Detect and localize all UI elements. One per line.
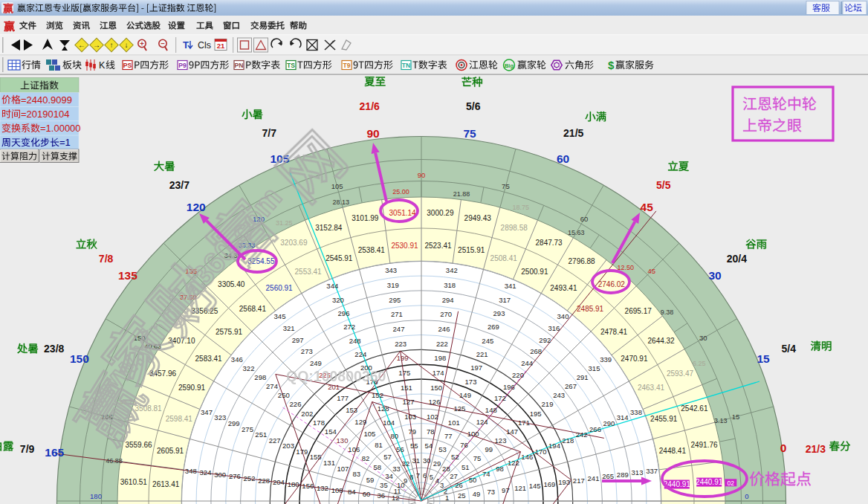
svg-text:178: 178 <box>313 419 325 427</box>
svg-text:298: 298 <box>254 373 266 381</box>
svg-text:2491.76: 2491.76 <box>690 441 718 449</box>
svg-text:339: 339 <box>600 355 612 364</box>
svg-text:75: 75 <box>473 454 482 462</box>
svg-text:219: 219 <box>542 400 554 408</box>
svg-text:↓: ↓ <box>125 41 129 49</box>
svg-text:$: $ <box>608 59 615 71</box>
svg-text:155: 155 <box>310 453 322 461</box>
svg-text:2542.61: 2542.61 <box>681 404 708 413</box>
svg-text:125: 125 <box>453 404 465 413</box>
svg-text:154: 154 <box>325 427 337 436</box>
svg-text:346: 346 <box>231 355 243 364</box>
svg-text:322: 322 <box>243 364 255 372</box>
svg-text:PS: PS <box>123 62 132 69</box>
svg-text:60: 60 <box>363 490 371 498</box>
svg-text:49: 49 <box>473 490 481 498</box>
svg-text:2455.91: 2455.91 <box>650 415 678 423</box>
svg-text:2493.41: 2493.41 <box>550 284 577 292</box>
svg-text:319: 319 <box>387 281 399 289</box>
svg-text:128: 128 <box>378 404 389 413</box>
svg-text:337: 337 <box>646 467 658 475</box>
svg-text:30: 30 <box>708 269 721 282</box>
svg-text:2530.91: 2530.91 <box>391 242 418 250</box>
svg-text:21/6: 21/6 <box>360 100 380 112</box>
svg-text:81: 81 <box>375 441 383 449</box>
svg-text:172: 172 <box>494 394 506 402</box>
svg-text:344: 344 <box>326 282 338 290</box>
svg-text:222: 222 <box>436 340 448 348</box>
svg-text:293: 293 <box>493 309 505 317</box>
svg-text:3559.66: 3559.66 <box>125 441 152 449</box>
svg-text:18.75: 18.75 <box>512 204 529 211</box>
svg-text:2478.41: 2478.41 <box>600 328 628 336</box>
svg-text:7/7: 7/7 <box>262 127 277 139</box>
svg-text:321: 321 <box>283 324 295 332</box>
svg-text:193: 193 <box>558 478 570 486</box>
svg-text:Big: Big <box>505 62 514 69</box>
svg-text:153: 153 <box>346 406 357 414</box>
svg-text:152: 152 <box>372 391 383 399</box>
svg-text:54: 54 <box>424 442 433 450</box>
svg-text:291: 291 <box>577 373 589 381</box>
svg-text:←: ← <box>78 41 85 49</box>
svg-text:108: 108 <box>331 486 343 494</box>
svg-text:2568.41: 2568.41 <box>239 305 267 313</box>
svg-text:21.88: 21.88 <box>453 190 470 198</box>
svg-text:348: 348 <box>185 467 197 475</box>
svg-text:226: 226 <box>290 400 302 408</box>
svg-text:74: 74 <box>482 470 490 478</box>
svg-text:202: 202 <box>301 410 313 418</box>
svg-text:338: 338 <box>630 408 642 416</box>
svg-text:=1.00000: =1.00000 <box>40 123 81 134</box>
svg-text:=1: =1 <box>59 137 71 148</box>
svg-text:2695.17: 2695.17 <box>625 307 652 315</box>
svg-text:32: 32 <box>402 459 410 468</box>
svg-text:3305.40: 3305.40 <box>218 280 245 288</box>
svg-text:2485.91: 2485.91 <box>577 305 604 313</box>
svg-text:313: 313 <box>632 468 644 476</box>
svg-text:180: 180 <box>90 492 102 500</box>
svg-text:241: 241 <box>588 474 600 482</box>
svg-text:15: 15 <box>757 352 770 365</box>
svg-text:271: 271 <box>391 310 403 318</box>
svg-text:268: 268 <box>530 347 542 355</box>
svg-text:147: 147 <box>506 427 518 436</box>
svg-text:295: 295 <box>389 296 401 304</box>
svg-text:2515.91: 2515.91 <box>458 246 485 254</box>
svg-text:220: 220 <box>512 371 524 379</box>
svg-text:320: 320 <box>332 296 344 304</box>
svg-text:6: 6 <box>423 471 427 479</box>
svg-text:2949.43: 2949.43 <box>464 214 492 222</box>
svg-text:PN: PN <box>235 62 244 69</box>
svg-text:7: 7 <box>416 471 420 479</box>
svg-text:2: 2 <box>444 487 447 495</box>
svg-text:3000.29: 3000.29 <box>427 209 454 217</box>
svg-text:169: 169 <box>543 480 555 488</box>
svg-text:2470.91: 2470.91 <box>621 355 648 363</box>
svg-text:150: 150 <box>430 384 442 392</box>
svg-text:31.25: 31.25 <box>276 219 293 227</box>
svg-text:7/9: 7/9 <box>20 443 35 455</box>
svg-text:P9: P9 <box>178 62 187 69</box>
svg-text:7/8: 7/8 <box>99 253 114 265</box>
svg-text:28: 28 <box>442 465 450 473</box>
svg-text:Cls: Cls <box>198 40 211 51</box>
svg-text:→: → <box>93 41 100 49</box>
svg-text:315: 315 <box>589 364 600 372</box>
svg-text:227: 227 <box>269 436 281 445</box>
svg-text:=20190104: =20190104 <box>21 109 69 120</box>
svg-text:75: 75 <box>502 182 510 190</box>
svg-text:121: 121 <box>514 484 526 492</box>
svg-text:244: 244 <box>521 359 533 367</box>
svg-text:79: 79 <box>408 427 416 436</box>
svg-text:2590.91: 2590.91 <box>178 384 206 392</box>
svg-text:342: 342 <box>446 266 458 274</box>
svg-text:30: 30 <box>423 456 431 465</box>
svg-text:145: 145 <box>529 482 541 490</box>
svg-text:52: 52 <box>451 453 459 461</box>
svg-text:221: 221 <box>476 350 488 358</box>
svg-text:131: 131 <box>323 459 335 467</box>
svg-text:56: 56 <box>396 445 404 453</box>
svg-text:251: 251 <box>255 430 267 439</box>
svg-text:2553.41: 2553.41 <box>295 268 323 276</box>
